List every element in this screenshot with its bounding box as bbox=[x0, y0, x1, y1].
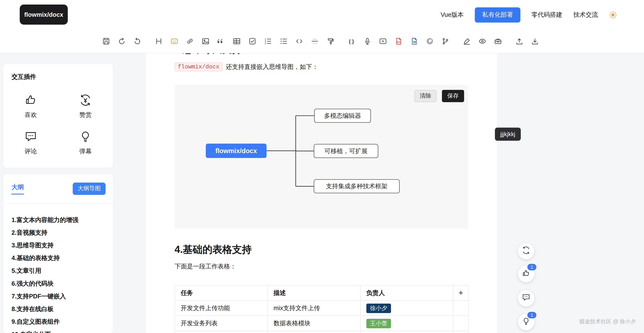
outline-list: 1.富文本内容能力的增强 2.音视频支持 3.思维导图支持 4.基础的表格支持 … bbox=[12, 213, 108, 333]
app-logo: flowmix/docx bbox=[20, 4, 68, 25]
outline-item-9[interactable]: 9.自定义图表组件 bbox=[12, 315, 108, 328]
cell-task[interactable]: 开发业务列表 bbox=[175, 316, 268, 331]
cell-desc[interactable]: mix支持文件上传 bbox=[268, 301, 360, 316]
danmaku-icon bbox=[522, 317, 530, 327]
danmaku-count-badge: 1 bbox=[528, 312, 536, 319]
download-icon[interactable] bbox=[530, 36, 540, 46]
inline-code-chip: flowmix/docx bbox=[174, 62, 223, 71]
outline-item-5[interactable]: 5.文章引用 bbox=[12, 264, 108, 277]
video-icon[interactable] bbox=[378, 36, 388, 46]
comment-fab[interactable] bbox=[518, 290, 534, 307]
table-row[interactable] bbox=[175, 331, 468, 333]
comment-icon bbox=[24, 130, 37, 144]
svg-text:3: 3 bbox=[264, 42, 266, 45]
svg-text:{ }: { } bbox=[348, 38, 354, 44]
sun-icon[interactable] bbox=[609, 11, 617, 18]
outline-map-button[interactable]: 大纲导图 bbox=[73, 183, 106, 195]
bullet-list-icon[interactable] bbox=[278, 36, 288, 46]
plugin-reward-label: 赞赏 bbox=[79, 111, 92, 119]
section3-intro-text: 还支持直接嵌入思维导图，如下： bbox=[226, 63, 318, 71]
ordered-list-icon[interactable]: 123 bbox=[263, 36, 272, 46]
mindmap-branch-node[interactable]: 多模态编辑器 bbox=[314, 109, 371, 123]
tab-outline[interactable]: 大纲 bbox=[12, 183, 24, 194]
upload-icon[interactable] bbox=[514, 36, 524, 46]
outline-item-2[interactable]: 2.音视频支持 bbox=[12, 226, 108, 239]
pdf-icon[interactable]: PDF bbox=[394, 36, 403, 46]
code-block-icon[interactable]: { } bbox=[347, 36, 356, 46]
table-row[interactable]: 开发业务列表 数据表格模块 王小蕾 bbox=[175, 316, 468, 331]
format-brush-icon[interactable] bbox=[325, 36, 335, 46]
mindmap-panel[interactable]: 清除 保存 flowmix/docx 多模态编辑器 可移植，可扩展 支持集成多种… bbox=[174, 85, 468, 229]
outline-item-6[interactable]: 6.强大的代码块 bbox=[12, 277, 108, 290]
plugin-reward[interactable]: 赞赏 bbox=[58, 88, 113, 125]
col-task[interactable]: 任务 bbox=[175, 286, 268, 301]
microphone-icon[interactable] bbox=[362, 36, 372, 46]
undo-icon[interactable] bbox=[116, 36, 126, 46]
table-row[interactable]: 开发文件上传功能 mix支持文件上传 徐小夕 bbox=[175, 301, 468, 316]
plugin-danmaku-label: 弹幕 bbox=[79, 148, 92, 155]
mindmap-branch-node[interactable]: 支持集成多种技术框架 bbox=[314, 179, 400, 193]
seal-icon[interactable] bbox=[425, 36, 434, 46]
comment-tooltip: jjjkjkkj bbox=[495, 128, 520, 141]
outline-item-7[interactable]: 7.支持PDF一键嵌入 bbox=[12, 290, 108, 303]
reward-icon bbox=[522, 246, 530, 256]
link-icon[interactable] bbox=[185, 36, 194, 46]
cell-desc[interactable] bbox=[268, 331, 360, 333]
cell-desc[interactable]: 数据表格模块 bbox=[268, 316, 360, 331]
preview-eye-icon[interactable] bbox=[477, 36, 487, 46]
plugin-like[interactable]: 喜欢 bbox=[3, 88, 58, 125]
outline-item-3[interactable]: 3.思维导图支持 bbox=[12, 239, 108, 252]
cell-owner[interactable]: 王小蕾 bbox=[360, 316, 453, 331]
reward-fab[interactable] bbox=[518, 243, 534, 259]
git-branch-icon[interactable] bbox=[440, 36, 450, 46]
divider-icon[interactable] bbox=[310, 36, 320, 46]
plugin-danmaku[interactable]: 弹幕 bbox=[58, 125, 113, 161]
image-icon[interactable] bbox=[200, 36, 210, 46]
add-column-button[interactable]: + bbox=[453, 286, 468, 301]
outline-card: 大纲 大纲导图 1.富文本内容能力的增强 2.音视频支持 3.思维导图支持 4.… bbox=[3, 174, 113, 333]
editor-toolbar: 123 { } PDF W bbox=[0, 29, 644, 53]
blockquote-icon[interactable] bbox=[216, 36, 226, 46]
outline-item-8[interactable]: 8.支持在线白板 bbox=[12, 303, 108, 315]
col-desc[interactable]: 描述 bbox=[268, 286, 360, 301]
plugin-like-label: 喜欢 bbox=[24, 111, 37, 119]
svg-text:W: W bbox=[413, 40, 416, 44]
toolbox-icon[interactable] bbox=[493, 36, 502, 46]
like-fab[interactable]: 1 bbox=[518, 266, 534, 282]
nav-nocode[interactable]: 零代码搭建 bbox=[532, 11, 562, 18]
nav-tech-chat[interactable]: 技术交流 bbox=[573, 11, 598, 18]
watermark: 掘金技术社区 @ 徐小夕 bbox=[579, 318, 636, 326]
thumbs-up-icon bbox=[522, 269, 530, 279]
owner-badge: 王小蕾 bbox=[366, 319, 391, 328]
owner-badge: 徐小夕 bbox=[366, 303, 391, 313]
outline-item-1[interactable]: 1.富文本内容能力的增强 bbox=[12, 213, 108, 226]
emoji-icon[interactable] bbox=[169, 36, 179, 46]
col-owner[interactable]: 负责人 bbox=[360, 286, 453, 301]
heading-icon[interactable] bbox=[154, 36, 163, 46]
plugin-comment[interactable]: 评论 bbox=[3, 125, 58, 161]
inline-code-icon[interactable] bbox=[294, 36, 304, 46]
mindmap-root-node[interactable]: flowmix/docx bbox=[206, 144, 266, 158]
cell-task[interactable]: 开发文件上传功能 bbox=[175, 301, 268, 316]
word-icon[interactable]: W bbox=[409, 36, 419, 46]
outline-item-4[interactable]: 4.基础的表格支持 bbox=[12, 252, 108, 264]
danmaku-fab[interactable]: 1 bbox=[518, 314, 534, 330]
editor-canvas[interactable]: 3.思维导图支持 flowmix/docx 还支持直接嵌入思维导图，如下： 清除… bbox=[146, 53, 497, 333]
private-deploy-button[interactable]: 私有化部署 bbox=[475, 7, 520, 22]
cell-task[interactable] bbox=[175, 331, 268, 333]
plugins-card: 交互插件 喜欢 赞赏 评论 弹幕 bbox=[3, 64, 113, 168]
mindmap-branch-node[interactable]: 可移植，可扩展 bbox=[314, 144, 378, 158]
outline-divider bbox=[3, 203, 113, 204]
task-list-icon[interactable] bbox=[247, 36, 257, 46]
save-icon[interactable] bbox=[101, 36, 111, 46]
topbar: flowmix/docx Vue版本 私有化部署 零代码搭建 技术交流 bbox=[0, 0, 644, 30]
cell-owner[interactable] bbox=[360, 331, 453, 333]
section4-heading: 4.基础的表格支持 bbox=[174, 243, 468, 256]
redo-icon[interactable] bbox=[132, 36, 142, 46]
cell-owner[interactable]: 徐小夕 bbox=[360, 301, 453, 316]
outline-item-10[interactable]: 10.自定义分页 bbox=[12, 328, 108, 333]
signature-icon[interactable] bbox=[462, 36, 472, 46]
nav-vue-version[interactable]: Vue版本 bbox=[440, 11, 464, 18]
table-icon[interactable] bbox=[232, 36, 242, 46]
table-header-row: 任务 描述 负责人 + bbox=[175, 286, 468, 301]
